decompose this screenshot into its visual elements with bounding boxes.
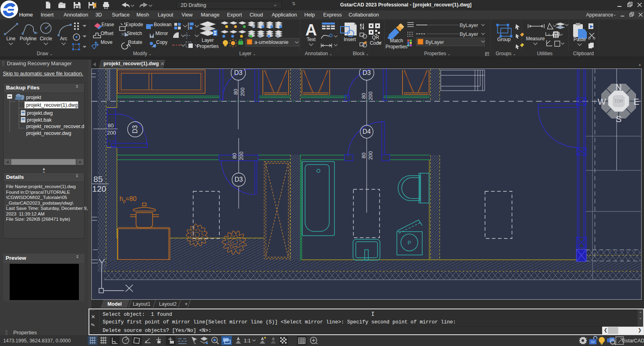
svg-text:Insert: Insert [344, 37, 356, 42]
svg-text:D3: D3 [363, 69, 371, 76]
svg-text:P: P [408, 240, 411, 246]
svg-text:Paste: Paste [574, 37, 586, 42]
svg-text:Match: Match [390, 38, 403, 44]
svg-text:ByLayer: ByLayer [460, 23, 478, 28]
svg-text:N: N [615, 82, 622, 92]
svg-text:Stretch: Stretch [127, 31, 142, 36]
svg-text:Model: Model [107, 301, 122, 307]
svg-text:80: 80 [107, 122, 114, 128]
svg-text:80: 80 [361, 153, 367, 158]
svg-text:Explode: Explode [126, 22, 143, 27]
svg-text:Mirror: Mirror [155, 31, 168, 36]
svg-text:Rotate: Rotate [128, 39, 142, 45]
svg-text:projekt_recover_recover.dwg: projekt_recover_recover.dwg [26, 124, 84, 129]
svg-text:200: 200 [107, 130, 116, 136]
svg-text:80: 80 [231, 153, 237, 159]
svg-text:80: 80 [361, 93, 367, 99]
svg-text:Properties: Properties [197, 44, 219, 49]
svg-text:Group: Group [497, 37, 511, 42]
svg-text:ByLayer: ByLayer [425, 39, 444, 45]
svg-text:Polyline: Polyline [20, 36, 37, 41]
svg-text:A: A [305, 21, 317, 39]
svg-text:Move: Move [101, 39, 113, 45]
svg-text:Erase: Erase [101, 22, 114, 27]
svg-text:200: 200 [238, 151, 244, 160]
svg-text:Layout2: Layout2 [159, 301, 177, 307]
svg-text:Arc: Arc [60, 36, 67, 41]
svg-text:+: + [185, 301, 188, 307]
svg-text:projekt.dwg: projekt.dwg [27, 110, 53, 116]
svg-text:S: S [616, 114, 622, 124]
svg-text:Layer: Layer [202, 37, 214, 43]
svg-text:GstarCAD: GstarCAD [622, 338, 644, 344]
svg-text:1:1: 1:1 [244, 338, 251, 344]
svg-text:projekt_recover(1).dwg: projekt_recover(1).dwg [26, 102, 78, 108]
svg-text:ByLayer: ByLayer [460, 31, 478, 37]
svg-text:D3: D3 [235, 176, 243, 183]
svg-text:120: 120 [92, 184, 106, 193]
svg-text:D3: D3 [234, 69, 243, 76]
svg-text:80: 80 [233, 89, 239, 95]
svg-text:Boolean: Boolean [154, 22, 171, 27]
svg-text:Copy: Copy [156, 39, 167, 45]
svg-text:Line: Line [6, 36, 16, 41]
svg-text:W: W [598, 97, 606, 107]
svg-text:QR: QR [372, 35, 379, 40]
svg-text:Properties: Properties [386, 44, 408, 50]
svg-text:Circle: Circle [40, 36, 52, 41]
svg-text:projekt.bak: projekt.bak [27, 117, 52, 123]
svg-text:Code: Code [370, 40, 382, 46]
svg-text:85: 85 [93, 174, 103, 184]
svg-text:Layout1: Layout1 [133, 301, 151, 307]
svg-text:D4: D4 [363, 128, 371, 135]
svg-text:200: 200 [367, 91, 374, 100]
svg-text:200: 200 [367, 151, 374, 160]
svg-text:E: E [634, 97, 640, 107]
svg-text:projekt: projekt [26, 95, 41, 100]
svg-text:200: 200 [239, 87, 246, 96]
svg-text:D3: D3 [132, 125, 138, 134]
svg-text:Text: Text [307, 37, 316, 42]
svg-text:projekt_recover.dwg: projekt_recover.dwg [26, 131, 71, 136]
svg-text:Measure: Measure [526, 36, 545, 41]
svg-text:Offset: Offset [101, 31, 114, 36]
svg-text:TOP: TOP [614, 99, 623, 104]
svg-text:a-umeblowanie: a-umeblowanie [254, 39, 289, 45]
